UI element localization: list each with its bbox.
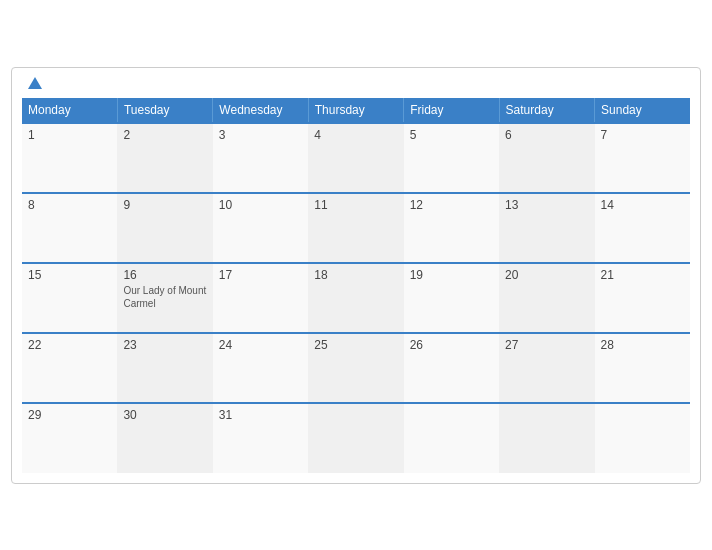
day-number: 9	[123, 198, 206, 212]
weekday-header-row: MondayTuesdayWednesdayThursdayFridaySatu…	[22, 98, 690, 123]
weekday-header-sunday: Sunday	[595, 98, 690, 123]
week-row-4: 22232425262728	[22, 333, 690, 403]
calendar-cell: 5	[404, 123, 499, 193]
day-number: 29	[28, 408, 111, 422]
day-number: 1	[28, 128, 111, 142]
day-number: 3	[219, 128, 302, 142]
day-number: 4	[314, 128, 397, 142]
calendar-cell	[308, 403, 403, 473]
calendar-cell: 10	[213, 193, 308, 263]
day-number: 26	[410, 338, 493, 352]
day-number: 19	[410, 268, 493, 282]
day-number: 31	[219, 408, 302, 422]
week-row-3: 1516Our Lady of Mount Carmel1718192021	[22, 263, 690, 333]
logo	[26, 78, 42, 90]
day-number: 6	[505, 128, 588, 142]
week-row-1: 1234567	[22, 123, 690, 193]
day-number: 22	[28, 338, 111, 352]
calendar-cell: 21	[595, 263, 690, 333]
calendar-cell	[404, 403, 499, 473]
calendar-cell: 6	[499, 123, 594, 193]
calendar-cell: 25	[308, 333, 403, 403]
day-number: 23	[123, 338, 206, 352]
calendar-cell: 17	[213, 263, 308, 333]
calendar-cell: 3	[213, 123, 308, 193]
calendar-header	[22, 78, 690, 90]
day-number: 21	[601, 268, 684, 282]
weekday-header-saturday: Saturday	[499, 98, 594, 123]
calendar-cell: 16Our Lady of Mount Carmel	[117, 263, 212, 333]
calendar-cell: 8	[22, 193, 117, 263]
calendar-cell: 30	[117, 403, 212, 473]
calendar-cell: 27	[499, 333, 594, 403]
weekday-header-thursday: Thursday	[308, 98, 403, 123]
week-row-2: 891011121314	[22, 193, 690, 263]
day-number: 2	[123, 128, 206, 142]
calendar-cell: 7	[595, 123, 690, 193]
calendar-cell: 14	[595, 193, 690, 263]
holiday-label: Our Lady of Mount Carmel	[123, 284, 206, 310]
calendar-cell	[595, 403, 690, 473]
day-number: 25	[314, 338, 397, 352]
calendar-cell: 24	[213, 333, 308, 403]
weekday-header-friday: Friday	[404, 98, 499, 123]
logo-flag-icon	[28, 77, 42, 89]
day-number: 10	[219, 198, 302, 212]
calendar-cell: 23	[117, 333, 212, 403]
day-number: 30	[123, 408, 206, 422]
day-number: 17	[219, 268, 302, 282]
calendar-cell: 29	[22, 403, 117, 473]
day-number: 27	[505, 338, 588, 352]
day-number: 13	[505, 198, 588, 212]
weekday-header-wednesday: Wednesday	[213, 98, 308, 123]
day-number: 28	[601, 338, 684, 352]
day-number: 20	[505, 268, 588, 282]
calendar-container: MondayTuesdayWednesdayThursdayFridaySatu…	[11, 67, 701, 484]
calendar-cell: 19	[404, 263, 499, 333]
day-number: 24	[219, 338, 302, 352]
calendar-cell: 15	[22, 263, 117, 333]
day-number: 8	[28, 198, 111, 212]
weekday-header-tuesday: Tuesday	[117, 98, 212, 123]
calendar-cell: 2	[117, 123, 212, 193]
day-number: 18	[314, 268, 397, 282]
calendar-cell: 9	[117, 193, 212, 263]
day-number: 11	[314, 198, 397, 212]
calendar-cell: 11	[308, 193, 403, 263]
calendar-cell: 12	[404, 193, 499, 263]
week-row-5: 293031	[22, 403, 690, 473]
day-number: 14	[601, 198, 684, 212]
calendar-cell: 31	[213, 403, 308, 473]
day-number: 12	[410, 198, 493, 212]
calendar-cell: 20	[499, 263, 594, 333]
calendar-cell: 18	[308, 263, 403, 333]
day-number: 15	[28, 268, 111, 282]
weekday-header-monday: Monday	[22, 98, 117, 123]
day-number: 5	[410, 128, 493, 142]
calendar-cell	[499, 403, 594, 473]
calendar-cell: 28	[595, 333, 690, 403]
day-number: 7	[601, 128, 684, 142]
calendar-cell: 1	[22, 123, 117, 193]
calendar-cell: 22	[22, 333, 117, 403]
calendar-cell: 13	[499, 193, 594, 263]
calendar-table: MondayTuesdayWednesdayThursdayFridaySatu…	[22, 98, 690, 473]
calendar-cell: 4	[308, 123, 403, 193]
calendar-cell: 26	[404, 333, 499, 403]
day-number: 16	[123, 268, 206, 282]
